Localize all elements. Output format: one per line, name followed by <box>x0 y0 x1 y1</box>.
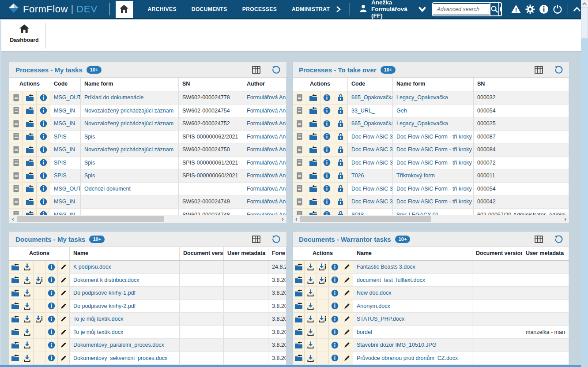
column-header-actions[interactable]: Actions <box>293 78 348 91</box>
open-form-icon[interactable] <box>306 157 320 169</box>
column-header-user-metadata[interactable]: User metadata <box>522 247 569 260</box>
open-form-icon[interactable] <box>23 143 36 156</box>
edit-icon[interactable] <box>341 339 353 352</box>
open-form-icon[interactable] <box>306 91 320 104</box>
open-form-icon[interactable] <box>306 131 320 143</box>
document-icon[interactable] <box>293 157 306 169</box>
cell-name[interactable]: To je můj textík.docx <box>70 313 180 326</box>
open-form-icon[interactable] <box>23 157 36 169</box>
open-form-icon[interactable] <box>23 117 36 130</box>
cell-author[interactable]: Formulářová Ane <box>243 117 286 130</box>
cell-sn[interactable]: 000054 <box>474 105 569 117</box>
open-form-icon[interactable] <box>9 300 21 313</box>
cell-name[interactable]: Spis <box>81 131 179 143</box>
nav-overflow-chevron-icon[interactable] <box>336 6 341 12</box>
cell-code[interactable]: SPIS <box>50 169 81 182</box>
document-icon[interactable] <box>293 91 306 104</box>
open-form-icon[interactable] <box>23 183 36 195</box>
open-form-icon[interactable] <box>306 169 320 182</box>
column-header-actions[interactable]: Actions <box>293 247 353 260</box>
document-icon[interactable] <box>9 157 23 169</box>
open-form-icon[interactable] <box>9 352 21 365</box>
cell-name[interactable]: Fantastic Beasts 3.docx <box>353 261 472 273</box>
info-icon[interactable] <box>45 274 57 287</box>
edit-icon[interactable] <box>57 326 69 339</box>
download-icon[interactable] <box>304 261 316 273</box>
open-form-icon[interactable] <box>293 274 304 287</box>
cell-author[interactable]: Formulářová Ane <box>243 91 286 104</box>
cell-code[interactable]: 665_Opakovačka <box>348 117 393 130</box>
search-info-icon[interactable] <box>498 3 502 15</box>
cell-author[interactable]: Formulářová Ane <box>243 183 286 195</box>
cell-code[interactable]: MSG_IN <box>50 143 81 156</box>
column-header-sn[interactable]: SN <box>474 78 569 91</box>
scroll-right-icon[interactable]: › <box>562 216 569 223</box>
cell-sn[interactable]: SW602-000024778 <box>179 91 243 104</box>
open-form-icon[interactable] <box>9 313 21 326</box>
cell-name[interactable]: Doc Flow ASiC Form - tři kroky <box>393 143 474 156</box>
download-icon[interactable] <box>304 339 316 352</box>
document-icon[interactable] <box>9 131 23 143</box>
edit-icon[interactable] <box>57 352 69 365</box>
user-dropdown-chevron-icon[interactable] <box>418 7 426 12</box>
download-version-icon[interactable] <box>317 261 328 273</box>
info-icon[interactable] <box>328 300 340 313</box>
info-icon[interactable] <box>45 352 57 365</box>
cell-code[interactable]: SPIS <box>50 131 81 143</box>
column-header-forw[interactable]: Forw <box>268 247 286 260</box>
cell-code[interactable]: Doc Flow ASiC 30 <box>348 195 393 208</box>
info-icon[interactable] <box>320 117 334 130</box>
info-icon[interactable] <box>36 131 50 143</box>
open-form-icon[interactable] <box>306 183 320 195</box>
cell-fw[interactable]: 3.8.20 <box>268 287 286 300</box>
open-form-icon[interactable] <box>23 195 36 208</box>
column-header-actions[interactable]: Actions <box>9 78 50 91</box>
tab-archives[interactable]: ARCHIVES <box>148 6 177 12</box>
scrollbar-thumb[interactable] <box>300 216 431 222</box>
download-icon[interactable] <box>304 300 316 313</box>
cell-fw[interactable]: 3.8.20 <box>268 300 286 313</box>
info-icon[interactable] <box>45 313 57 326</box>
edit-icon[interactable] <box>341 352 353 365</box>
search-icon[interactable] <box>490 3 498 15</box>
info-icon[interactable] <box>320 143 334 156</box>
edit-icon[interactable] <box>341 287 353 300</box>
column-header-name-form[interactable]: Name form <box>81 78 179 91</box>
open-form-icon[interactable] <box>306 143 320 156</box>
take-over-lock-icon[interactable] <box>334 169 347 182</box>
document-icon[interactable] <box>293 143 306 156</box>
info-icon[interactable] <box>320 105 334 117</box>
cell-sn[interactable]: 000011 <box>474 169 569 182</box>
cell-name[interactable]: To je můj textík.docx <box>70 326 180 339</box>
scrollbar-thumb[interactable] <box>17 216 164 222</box>
open-form-icon[interactable] <box>293 261 304 273</box>
open-form-icon[interactable] <box>9 326 21 339</box>
take-over-lock-icon[interactable] <box>334 117 347 130</box>
info-icon[interactable] <box>328 339 340 352</box>
info-icon[interactable] <box>36 105 50 117</box>
cell-author[interactable]: Formulářová Ane <box>243 157 286 169</box>
refresh-icon[interactable] <box>554 66 563 74</box>
cell-code[interactable]: Doc Flow ASiC 30 <box>348 183 393 195</box>
edit-icon[interactable] <box>57 313 69 326</box>
cell-sn[interactable]: 000032 <box>474 91 569 104</box>
cell-fw[interactable]: 3.8.20 <box>268 352 286 365</box>
user-menu[interactable]: Anežka Formulářová (FF) <box>359 0 426 19</box>
column-header-name[interactable]: Name <box>70 247 180 260</box>
info-icon[interactable] <box>320 157 334 169</box>
cell-fw[interactable]: 3.8.20 <box>268 326 286 339</box>
download-version-icon[interactable] <box>33 274 45 287</box>
table-columns-icon[interactable] <box>252 236 260 243</box>
info-icon[interactable] <box>320 169 334 182</box>
document-icon[interactable] <box>293 131 306 143</box>
cell-author[interactable]: Formulářová Ane <box>243 169 286 182</box>
take-over-lock-icon[interactable] <box>334 91 347 104</box>
cell-code[interactable]: MSG_IN <box>50 117 81 130</box>
download-icon[interactable] <box>21 287 33 300</box>
refresh-icon[interactable] <box>554 235 563 243</box>
table-columns-icon[interactable] <box>535 236 543 243</box>
info-icon[interactable] <box>36 143 50 156</box>
cell-sn[interactable]: SPIS-000000061/2021 <box>179 157 243 169</box>
info-icon[interactable] <box>45 339 57 352</box>
take-over-lock-icon[interactable] <box>334 105 347 117</box>
